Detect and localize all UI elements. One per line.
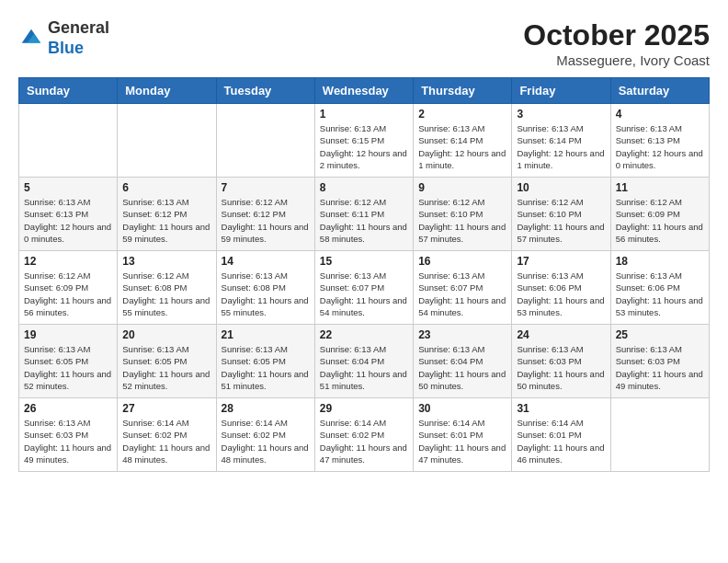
day-number: 3 [517, 108, 605, 121]
day-info: Sunrise: 6:13 AM Sunset: 6:06 PM Dayligh… [616, 270, 704, 318]
day-number: 22 [320, 328, 408, 341]
calendar-cell: 8Sunrise: 6:12 AM Sunset: 6:11 PM Daylig… [314, 178, 413, 251]
day-number: 8 [320, 181, 408, 194]
day-info: Sunrise: 6:13 AM Sunset: 6:14 PM Dayligh… [517, 122, 605, 171]
calendar-cell: 17Sunrise: 6:13 AM Sunset: 6:06 PM Dayli… [512, 251, 610, 325]
calendar-cell: 19Sunrise: 6:13 AM Sunset: 6:05 PM Dayli… [19, 325, 118, 398]
month-title: October 2025 [523, 18, 710, 52]
calendar-cell: 29Sunrise: 6:14 AM Sunset: 6:02 PM Dayli… [314, 398, 413, 472]
day-number: 26 [24, 402, 112, 415]
calendar-cell: 22Sunrise: 6:13 AM Sunset: 6:04 PM Dayli… [314, 325, 413, 398]
calendar-week-row: 19Sunrise: 6:13 AM Sunset: 6:05 PM Dayli… [19, 325, 710, 398]
day-info: Sunrise: 6:12 AM Sunset: 6:08 PM Dayligh… [122, 270, 210, 318]
day-number: 7 [222, 181, 310, 194]
calendar-week-row: 26Sunrise: 6:13 AM Sunset: 6:03 PM Dayli… [19, 398, 710, 472]
calendar-cell: 25Sunrise: 6:13 AM Sunset: 6:03 PM Dayli… [610, 325, 709, 398]
calendar-table: SundayMondayTuesdayWednesdayThursdayFrid… [18, 77, 710, 472]
calendar-week-row: 1Sunrise: 6:13 AM Sunset: 6:15 PM Daylig… [19, 104, 710, 178]
calendar-cell: 13Sunrise: 6:12 AM Sunset: 6:08 PM Dayli… [118, 251, 216, 325]
day-number: 9 [418, 181, 506, 194]
day-number: 21 [222, 328, 310, 341]
day-number: 4 [616, 108, 704, 121]
day-info: Sunrise: 6:13 AM Sunset: 6:04 PM Dayligh… [418, 343, 506, 392]
day-number: 5 [24, 181, 112, 194]
weekday-header: Saturday [610, 78, 709, 104]
day-number: 2 [418, 108, 506, 121]
day-info: Sunrise: 6:13 AM Sunset: 6:05 PM Dayligh… [122, 343, 210, 392]
day-number: 6 [122, 181, 210, 194]
day-number: 14 [222, 255, 310, 268]
calendar-cell: 23Sunrise: 6:13 AM Sunset: 6:04 PM Dayli… [414, 325, 512, 398]
day-info: Sunrise: 6:13 AM Sunset: 6:07 PM Dayligh… [418, 270, 506, 318]
day-info: Sunrise: 6:13 AM Sunset: 6:03 PM Dayligh… [616, 343, 704, 392]
logo-icon [18, 26, 44, 52]
day-info: Sunrise: 6:14 AM Sunset: 6:02 PM Dayligh… [122, 417, 210, 465]
calendar-cell: 24Sunrise: 6:13 AM Sunset: 6:03 PM Dayli… [512, 325, 610, 398]
day-number: 1 [320, 108, 408, 121]
calendar-cell: 4Sunrise: 6:13 AM Sunset: 6:13 PM Daylig… [610, 104, 709, 178]
calendar-cell: 30Sunrise: 6:14 AM Sunset: 6:01 PM Dayli… [414, 398, 512, 472]
day-number: 24 [517, 328, 605, 341]
day-number: 15 [320, 255, 408, 268]
day-number: 18 [616, 255, 704, 268]
calendar-cell: 10Sunrise: 6:12 AM Sunset: 6:10 PM Dayli… [512, 178, 610, 251]
calendar-cell: 11Sunrise: 6:12 AM Sunset: 6:09 PM Dayli… [610, 178, 709, 251]
calendar-cell: 1Sunrise: 6:13 AM Sunset: 6:15 PM Daylig… [314, 104, 413, 178]
day-info: Sunrise: 6:13 AM Sunset: 6:06 PM Dayligh… [517, 270, 605, 318]
day-info: Sunrise: 6:14 AM Sunset: 6:01 PM Dayligh… [418, 417, 506, 465]
logo: General Blue [18, 18, 109, 58]
calendar-cell: 9Sunrise: 6:12 AM Sunset: 6:10 PM Daylig… [414, 178, 512, 251]
day-info: Sunrise: 6:12 AM Sunset: 6:09 PM Dayligh… [24, 270, 112, 318]
day-number: 17 [517, 255, 605, 268]
weekday-header: Sunday [19, 78, 118, 104]
calendar-cell: 16Sunrise: 6:13 AM Sunset: 6:07 PM Dayli… [414, 251, 512, 325]
calendar-cell: 21Sunrise: 6:13 AM Sunset: 6:05 PM Dayli… [216, 325, 314, 398]
title-block: October 2025 Masseguere, Ivory Coast [523, 18, 710, 68]
day-number: 13 [122, 255, 210, 268]
day-number: 31 [517, 402, 605, 415]
calendar-cell: 3Sunrise: 6:13 AM Sunset: 6:14 PM Daylig… [512, 104, 610, 178]
calendar-week-row: 12Sunrise: 6:12 AM Sunset: 6:09 PM Dayli… [19, 251, 710, 325]
day-number: 12 [24, 255, 112, 268]
weekday-header: Wednesday [314, 78, 413, 104]
weekday-header: Friday [512, 78, 610, 104]
calendar-cell: 14Sunrise: 6:13 AM Sunset: 6:08 PM Dayli… [216, 251, 314, 325]
calendar-cell: 2Sunrise: 6:13 AM Sunset: 6:14 PM Daylig… [414, 104, 512, 178]
day-info: Sunrise: 6:13 AM Sunset: 6:13 PM Dayligh… [616, 122, 704, 171]
calendar-cell: 26Sunrise: 6:13 AM Sunset: 6:03 PM Dayli… [19, 398, 118, 472]
day-number: 23 [418, 328, 506, 341]
day-info: Sunrise: 6:12 AM Sunset: 6:11 PM Dayligh… [320, 196, 408, 245]
day-info: Sunrise: 6:12 AM Sunset: 6:12 PM Dayligh… [222, 196, 310, 245]
calendar-cell [216, 104, 314, 178]
calendar-week-row: 5Sunrise: 6:13 AM Sunset: 6:13 PM Daylig… [19, 178, 710, 251]
calendar-cell: 27Sunrise: 6:14 AM Sunset: 6:02 PM Dayli… [118, 398, 216, 472]
day-number: 19 [24, 328, 112, 341]
day-info: Sunrise: 6:14 AM Sunset: 6:01 PM Dayligh… [517, 417, 605, 465]
day-number: 29 [320, 402, 408, 415]
day-number: 28 [222, 402, 310, 415]
calendar-cell: 28Sunrise: 6:14 AM Sunset: 6:02 PM Dayli… [216, 398, 314, 472]
day-info: Sunrise: 6:12 AM Sunset: 6:09 PM Dayligh… [616, 196, 704, 245]
day-info: Sunrise: 6:12 AM Sunset: 6:10 PM Dayligh… [517, 196, 605, 245]
calendar-cell: 5Sunrise: 6:13 AM Sunset: 6:13 PM Daylig… [19, 178, 118, 251]
day-info: Sunrise: 6:13 AM Sunset: 6:13 PM Dayligh… [24, 196, 112, 245]
day-info: Sunrise: 6:13 AM Sunset: 6:07 PM Dayligh… [320, 270, 408, 318]
calendar-cell: 12Sunrise: 6:12 AM Sunset: 6:09 PM Dayli… [19, 251, 118, 325]
day-number: 10 [517, 181, 605, 194]
day-info: Sunrise: 6:13 AM Sunset: 6:05 PM Dayligh… [24, 343, 112, 392]
calendar-cell: 31Sunrise: 6:14 AM Sunset: 6:01 PM Dayli… [512, 398, 610, 472]
calendar-cell: 6Sunrise: 6:13 AM Sunset: 6:12 PM Daylig… [118, 178, 216, 251]
calendar-cell: 20Sunrise: 6:13 AM Sunset: 6:05 PM Dayli… [118, 325, 216, 398]
day-info: Sunrise: 6:13 AM Sunset: 6:03 PM Dayligh… [24, 417, 112, 465]
weekday-header: Thursday [414, 78, 512, 104]
logo-blue-text: Blue [48, 39, 109, 59]
weekday-header: Monday [118, 78, 216, 104]
day-info: Sunrise: 6:14 AM Sunset: 6:02 PM Dayligh… [320, 417, 408, 465]
day-info: Sunrise: 6:14 AM Sunset: 6:02 PM Dayligh… [222, 417, 310, 465]
day-number: 16 [418, 255, 506, 268]
day-info: Sunrise: 6:13 AM Sunset: 6:03 PM Dayligh… [517, 343, 605, 392]
calendar-cell [610, 398, 709, 472]
calendar-header-row: SundayMondayTuesdayWednesdayThursdayFrid… [19, 78, 710, 104]
logo-general-text: General [48, 18, 109, 39]
day-number: 30 [418, 402, 506, 415]
